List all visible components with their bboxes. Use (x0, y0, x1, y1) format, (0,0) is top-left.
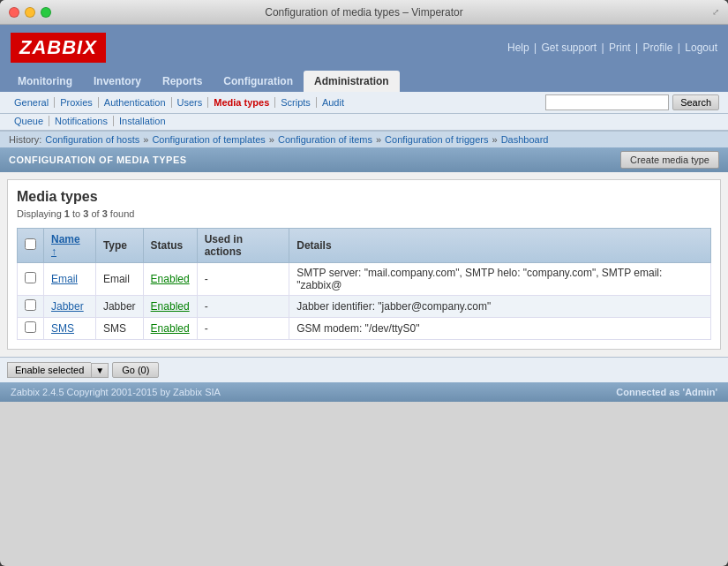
search-input[interactable] (545, 94, 669, 110)
col-name: Name ↑ (44, 229, 96, 263)
col-used-in-actions: Used in actions (197, 229, 289, 263)
col-details: Details (289, 229, 711, 263)
breadcrumb: History: Configuration of hosts » Config… (0, 132, 728, 147)
row-actions-jabber: - (197, 296, 289, 318)
media-types-table: Name ↑ Type Status Used in actions Detai… (17, 228, 711, 340)
row-name-jabber: Jabber (44, 296, 96, 318)
row-actions-email: - (197, 263, 289, 296)
row-type-jabber: Jabber (95, 296, 143, 318)
name-sort-link[interactable]: Name ↑ (51, 233, 80, 258)
row-name-email: Email (44, 263, 96, 296)
sub-nav2: Queue Notifications Installation (0, 114, 728, 132)
breadcrumb-items[interactable]: Configuration of items (278, 134, 372, 145)
sub-nav-links: General Proxies Authentication Users Med… (9, 97, 349, 108)
page-header-bar: CONFIGURATION OF MEDIA TYPES Create medi… (0, 147, 728, 172)
search-button[interactable]: Search (672, 94, 719, 110)
row-details-email: SMTP server: "mail.company.com", SMTP he… (289, 263, 711, 296)
help-link[interactable]: Help (507, 42, 529, 54)
nav-monitoring[interactable]: Monitoring (7, 71, 83, 92)
app-content: ZABBIX Help | Get support | Print | Prof… (0, 25, 728, 402)
subnav-users[interactable]: Users (172, 97, 209, 108)
create-media-type-button[interactable]: Create media type (620, 151, 719, 169)
subnav-installation[interactable]: Installation (114, 116, 171, 126)
subnav-scripts[interactable]: Scripts (275, 97, 317, 108)
nav-inventory[interactable]: Inventory (83, 71, 152, 92)
sms-link[interactable]: SMS (51, 322, 74, 335)
subnav-general[interactable]: General (9, 97, 55, 108)
subnav-mediatypes[interactable]: Media types (208, 97, 275, 108)
footer-connected: Connected as 'Admin' (616, 387, 717, 397)
main-content: Media types Displaying 1 to 3 of 3 found… (7, 179, 721, 350)
table-row: Email Email Enabled - SMTP server: "mail… (18, 263, 711, 296)
select-all-checkbox[interactable] (25, 238, 36, 250)
print-link[interactable]: Print (609, 42, 631, 54)
breadcrumb-prefix: History: (9, 134, 41, 145)
footer: Zabbix 2.4.5 Copyright 2001-2015 by Zabb… (0, 382, 728, 402)
subnav-notifications[interactable]: Notifications (49, 116, 114, 126)
row-status-email: Enabled (143, 263, 197, 296)
row-type-sms: SMS (95, 318, 143, 340)
profile-link[interactable]: Profile (642, 42, 672, 54)
sms-status[interactable]: Enabled (151, 322, 190, 335)
enable-select-group: Enable selected ▼ (7, 362, 109, 378)
jabber-link[interactable]: Jabber (51, 300, 84, 313)
col-type: Type (95, 229, 143, 263)
footer-copyright: Zabbix 2.4.5 Copyright 2001-2015 by Zabb… (11, 387, 221, 397)
row-checkbox-jabber[interactable] (25, 299, 36, 311)
title-bar: Configuration of media types – Vimperato… (0, 0, 728, 25)
jabber-status[interactable]: Enabled (151, 300, 190, 313)
close-button[interactable] (9, 7, 19, 18)
enable-selected-dropdown[interactable]: ▼ (91, 363, 109, 378)
logout-link[interactable]: Logout (685, 42, 717, 54)
row-name-sms: SMS (44, 318, 96, 340)
section-title: Media types (17, 189, 711, 205)
get-support-link[interactable]: Get support (542, 42, 597, 54)
app-header: ZABBIX Help | Get support | Print | Prof… (0, 25, 728, 71)
select-all-header (18, 229, 44, 263)
table-row: Jabber Jabber Enabled - Jabber identifie… (18, 296, 711, 318)
row-type-email: Email (95, 263, 143, 296)
email-link[interactable]: Email (51, 273, 78, 285)
row-status-jabber: Enabled (143, 296, 197, 318)
row-actions-sms: - (197, 318, 289, 340)
subnav-proxies[interactable]: Proxies (55, 97, 99, 108)
enable-selected-button[interactable]: Enable selected (7, 362, 91, 378)
row-checkbox-cell (18, 263, 44, 296)
row-status-sms: Enabled (143, 318, 197, 340)
table-header-row: Name ↑ Type Status Used in actions Detai… (18, 229, 711, 263)
go-button[interactable]: Go (0) (112, 362, 159, 378)
breadcrumb-dashboard[interactable]: Dashboard (501, 134, 549, 145)
window-controls (9, 7, 51, 18)
row-details-sms: GSM modem: "/dev/ttyS0" (289, 318, 711, 340)
row-checkbox-email[interactable] (25, 272, 36, 283)
app-window: Configuration of media types – Vimperato… (0, 0, 728, 566)
resize-icon: ⤢ (712, 7, 719, 17)
breadcrumb-triggers[interactable]: Configuration of triggers (385, 134, 488, 145)
row-checkbox-cell (18, 296, 44, 318)
window-title: Configuration of media types – Vimperato… (265, 6, 463, 19)
table-row: SMS SMS Enabled - GSM modem: "/dev/ttyS0… (18, 318, 711, 340)
row-checkbox-cell (18, 318, 44, 340)
breadcrumb-templates[interactable]: Configuration of templates (152, 134, 265, 145)
row-checkbox-sms[interactable] (25, 321, 36, 333)
header-links: Help | Get support | Print | Profile | L… (507, 42, 717, 54)
nav-configuration[interactable]: Configuration (213, 71, 304, 92)
subnav-queue[interactable]: Queue (9, 116, 49, 126)
subnav-audit[interactable]: Audit (317, 97, 349, 108)
page-title: CONFIGURATION OF MEDIA TYPES (9, 155, 187, 165)
breadcrumb-hosts[interactable]: Configuration of hosts (45, 134, 139, 145)
row-details-jabber: Jabber identifier: "jabber@company.com" (289, 296, 711, 318)
email-status[interactable]: Enabled (151, 273, 190, 285)
search-box: Search (545, 94, 719, 110)
minimize-button[interactable] (25, 7, 35, 18)
main-nav: Monitoring Inventory Reports Configurati… (0, 71, 728, 92)
col-status: Status (143, 229, 197, 263)
table-body: Email Email Enabled - SMTP server: "mail… (18, 263, 711, 340)
bottom-action-bar: Enable selected ▼ Go (0) (0, 357, 728, 382)
subnav-authentication[interactable]: Authentication (99, 97, 172, 108)
nav-reports[interactable]: Reports (152, 71, 213, 92)
maximize-button[interactable] (41, 7, 51, 18)
nav-administration[interactable]: Administration (304, 71, 400, 92)
showing-text: Displaying 1 to 3 of 3 found (17, 208, 711, 219)
sub-nav: General Proxies Authentication Users Med… (0, 92, 728, 114)
